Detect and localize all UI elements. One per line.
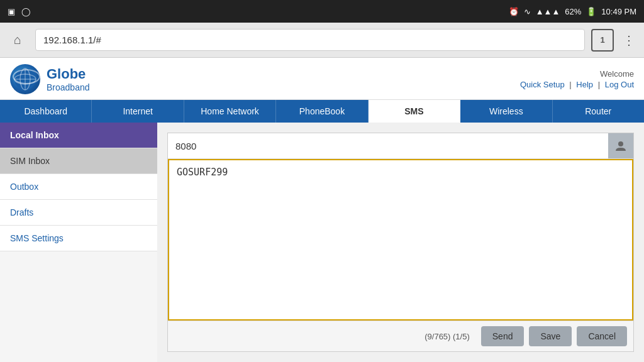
- status-bar: ▣ ◯ ⏰ ∿ ▲▲▲ 62% 🔋 10:49 PM: [0, 0, 644, 23]
- tab-home-network[interactable]: Home Network: [184, 100, 276, 123]
- tab-wireless[interactable]: Wireless: [460, 100, 552, 123]
- tab-phonebook[interactable]: PhoneBook: [276, 100, 368, 123]
- welcome-area: Welcome Quick Setup | Help | Log Out: [520, 69, 634, 89]
- tab-dashboard[interactable]: Dashboard: [0, 100, 92, 123]
- photo-icon: ▣: [8, 7, 15, 16]
- wifi-icon: ∿: [524, 7, 531, 16]
- sidebar-item-drafts[interactable]: Drafts: [0, 200, 157, 226]
- to-row: [168, 133, 633, 159]
- brand-text: Globe Broadband: [47, 66, 90, 92]
- logout-link[interactable]: Log Out: [605, 80, 634, 89]
- svg-point-5: [618, 141, 623, 146]
- tab-count-button[interactable]: 1: [591, 29, 614, 52]
- status-left-icons: ▣ ◯: [8, 7, 31, 16]
- logo-area: Globe Broadband: [10, 64, 90, 94]
- sidebar-item-outbox[interactable]: Outbox: [0, 174, 157, 200]
- welcome-links: Quick Setup | Help | Log Out: [520, 80, 634, 89]
- send-button[interactable]: Send: [481, 326, 525, 346]
- svg-point-2: [14, 74, 36, 84]
- tab-sms[interactable]: SMS: [369, 100, 460, 123]
- brand-name: Globe: [47, 66, 90, 82]
- nav-tabs: Dashboard Internet Home Network PhoneBoo…: [0, 100, 644, 123]
- contacts-button[interactable]: [608, 133, 633, 158]
- time-display: 10:49 PM: [601, 7, 636, 16]
- sidebar-item-sim-inbox[interactable]: SIM Inbox: [0, 148, 157, 174]
- content-area: Local Inbox SIM Inbox Outbox Drafts SMS …: [0, 123, 644, 362]
- sidebar-item-sms-settings[interactable]: SMS Settings: [0, 226, 157, 251]
- char-count: (9/765) (1/5): [174, 332, 476, 341]
- tab-router[interactable]: Router: [553, 100, 644, 123]
- brand-sub: Broadband: [47, 82, 90, 92]
- globe-logo: [10, 64, 40, 94]
- welcome-label: Welcome: [520, 69, 634, 79]
- browser-menu-button[interactable]: ⋮: [620, 29, 638, 52]
- page-header: Globe Broadband Welcome Quick Setup | He…: [0, 58, 644, 100]
- status-right-icons: ⏰ ∿ ▲▲▲ 62% 🔋 10:49 PM: [509, 7, 636, 16]
- url-input[interactable]: [35, 29, 585, 51]
- browser-bar: ⌂ 1 ⋮: [0, 23, 644, 58]
- signal-icon: ▲▲▲: [536, 7, 560, 16]
- cancel-button[interactable]: Cancel: [577, 326, 627, 346]
- alarm-icon: ⏰: [509, 7, 519, 16]
- battery-icon: 🔋: [586, 7, 596, 16]
- home-button[interactable]: ⌂: [6, 29, 29, 52]
- battery-percentage: 62%: [565, 7, 581, 16]
- to-input[interactable]: [168, 134, 608, 158]
- sms-panel: GOSURF299 (9/765) (1/5) Send Save Cancel: [157, 123, 644, 362]
- sidebar: Local Inbox SIM Inbox Outbox Drafts SMS …: [0, 123, 157, 362]
- tab-internet[interactable]: Internet: [92, 100, 184, 123]
- instagram-icon: ◯: [21, 7, 31, 16]
- sms-compose-area: GOSURF299 (9/765) (1/5) Send Save Cancel: [167, 133, 634, 352]
- message-textarea[interactable]: GOSURF299: [168, 159, 633, 321]
- main-content: Globe Broadband Welcome Quick Setup | He…: [0, 58, 644, 362]
- sms-footer: (9/765) (1/5) Send Save Cancel: [168, 321, 633, 351]
- save-button[interactable]: Save: [529, 326, 572, 346]
- quick-setup-link[interactable]: Quick Setup: [520, 80, 565, 89]
- help-link[interactable]: Help: [576, 80, 593, 89]
- sidebar-item-local-inbox[interactable]: Local Inbox: [0, 123, 157, 148]
